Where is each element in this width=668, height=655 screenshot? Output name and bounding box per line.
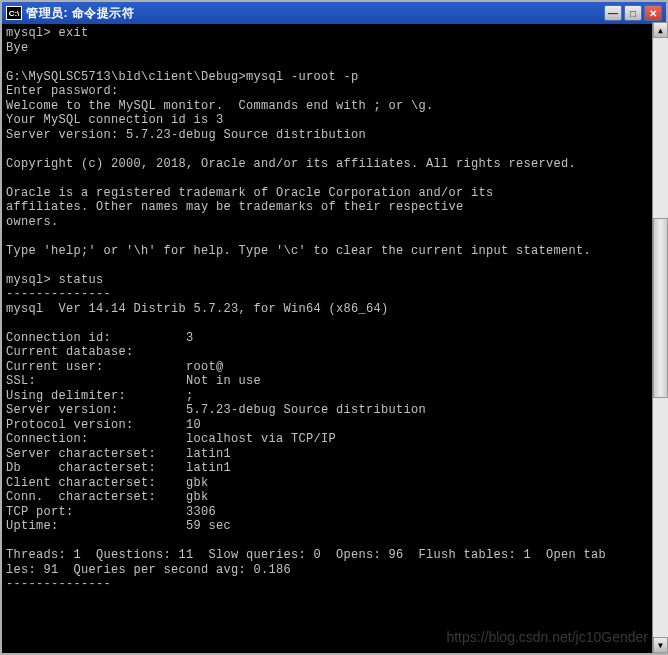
scrollbar-track[interactable] (653, 38, 668, 637)
terminal-window: C:\ 管理员: 命令提示符 — □ ✕ mysql> exit Bye G:\… (0, 0, 668, 655)
app-icon: C:\ (6, 6, 22, 20)
scrollbar-thumb[interactable] (653, 218, 668, 398)
window-title: 管理员: 命令提示符 (26, 5, 604, 22)
close-button[interactable]: ✕ (644, 5, 662, 21)
titlebar[interactable]: C:\ 管理员: 命令提示符 — □ ✕ (2, 2, 666, 24)
scroll-up-button[interactable]: ▲ (653, 22, 668, 38)
window-controls: — □ ✕ (604, 5, 662, 21)
minimize-button[interactable]: — (604, 5, 622, 21)
vertical-scrollbar[interactable]: ▲ ▼ (652, 22, 668, 653)
maximize-button[interactable]: □ (624, 5, 642, 21)
terminal-output[interactable]: mysql> exit Bye G:\MySQLSC5713\bld\clien… (2, 24, 666, 653)
scroll-down-button[interactable]: ▼ (653, 637, 668, 653)
